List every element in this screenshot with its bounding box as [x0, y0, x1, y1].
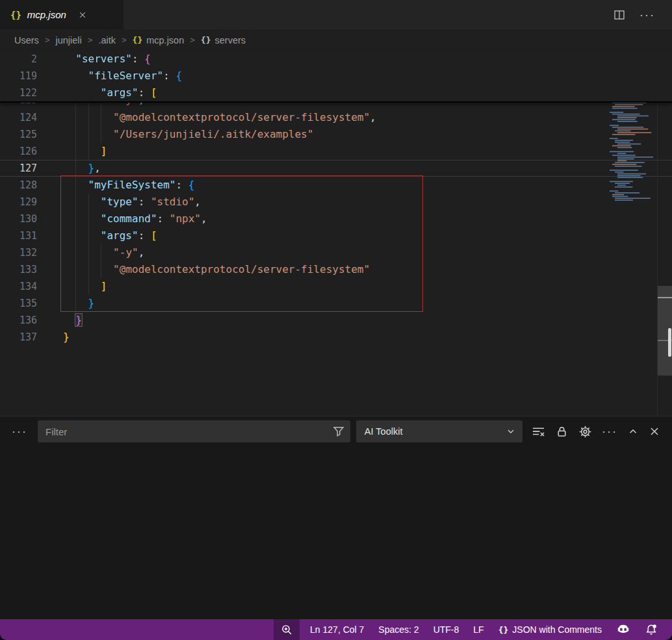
editor-actions: ···	[614, 0, 672, 29]
code-token: "-y"	[113, 103, 138, 106]
code-token: }	[75, 314, 82, 326]
overview-ruler-marker	[658, 297, 672, 298]
panel-toolbar: ··· AI Toolkit	[0, 416, 672, 446]
code-line-119[interactable]: 119"fileServer": {	[0, 68, 672, 84]
breadcrumb-item-servers[interactable]: servers	[215, 35, 246, 45]
code-line-132[interactable]: 132"-y",	[0, 244, 672, 261]
indent-guide	[75, 211, 76, 227]
code-line-124[interactable]: 124"@modelcontextprotocol/server-filesys…	[0, 109, 672, 126]
filter-input[interactable]	[38, 426, 350, 437]
eol-status[interactable]: LF	[473, 624, 484, 635]
code-token: }	[63, 331, 70, 343]
filter-funnel-icon[interactable]	[332, 425, 345, 438]
indent-guide	[75, 194, 76, 211]
code-token: ,	[370, 111, 376, 123]
code-token: :	[138, 86, 151, 99]
tab-title: mcp.json	[27, 9, 66, 20]
more-actions-icon[interactable]: ···	[640, 12, 655, 18]
output-panel: ··· AI Toolkit	[0, 416, 672, 620]
code-line-131[interactable]: 131"args": [	[0, 227, 672, 244]
code-token: "fileServer"	[88, 70, 164, 82]
breadcrumb: Users > junjieli > .aitk > {} mcp.json >…	[0, 29, 672, 51]
breadcrumb-item-junjieli[interactable]: junjieli	[55, 35, 81, 45]
tab-close-icon[interactable]	[79, 11, 86, 19]
line-number: 132	[0, 244, 37, 261]
panel-more-icon[interactable]: ···	[12, 425, 27, 439]
line-number: 131	[0, 227, 37, 244]
code-line-135[interactable]: 135}	[0, 295, 672, 312]
code-token: :	[163, 70, 175, 82]
panel-more-actions-icon[interactable]: ···	[602, 428, 617, 435]
line-number: 126	[0, 143, 37, 160]
sticky-scroll[interactable]: 2"servers": {119"fileServer": {122"args"…	[0, 51, 672, 103]
line-number: 130	[0, 211, 37, 227]
line-number: 123	[0, 103, 37, 109]
code-line-126[interactable]: 126]	[0, 143, 672, 160]
code-token: {	[188, 179, 195, 191]
tab-mcp-json[interactable]: {} mcp.json	[0, 0, 123, 29]
lock-icon[interactable]	[555, 425, 569, 439]
code-lines: 124"@modelcontextprotocol/server-filesys…	[0, 109, 672, 346]
breadcrumb-separator: >	[190, 35, 195, 45]
cursor-position-status[interactable]: Ln 127, Col 7	[310, 624, 364, 635]
output-channel-select[interactable]: AI Toolkit	[356, 420, 523, 442]
code-token: ]	[101, 145, 107, 157]
code-token: :	[157, 212, 170, 225]
code-token: "myFileSystem"	[88, 179, 176, 191]
status-bar: Ln 127, Col 7 Spaces: 2 UTF-8 LF {} JSON…	[0, 619, 672, 640]
indentation-status[interactable]: Spaces: 2	[378, 624, 419, 635]
code-token: ]	[101, 280, 107, 292]
code-token: {	[175, 70, 182, 82]
indent-guide	[75, 261, 76, 278]
code-token: :	[138, 196, 151, 208]
code-line-2[interactable]: 2"servers": {	[0, 51, 672, 68]
code-line-130[interactable]: 130"command": "npx",	[0, 211, 672, 227]
code-token: ,	[138, 103, 145, 106]
breadcrumb-item-mcp-json[interactable]: mcp.json	[146, 35, 184, 45]
zoom-status-button[interactable]	[274, 619, 300, 640]
json-file-icon: {}	[133, 35, 143, 45]
json-file-icon: {}	[10, 10, 21, 20]
chevron-up-icon[interactable]	[627, 426, 639, 437]
gear-icon[interactable]	[578, 425, 592, 439]
code-line-137[interactable]: 137}	[0, 329, 672, 346]
indent-guide	[88, 103, 89, 109]
clear-output-icon[interactable]	[532, 425, 545, 439]
line-number: 134	[0, 278, 37, 295]
split-editor-icon[interactable]	[614, 9, 625, 21]
code-token: [	[151, 229, 157, 242]
close-panel-icon[interactable]	[649, 426, 660, 437]
line-number: 122	[0, 84, 37, 101]
vscode-window: {} mcp.json ··· Users > junjieli > .aitk…	[0, 0, 672, 640]
indent-guide	[88, 194, 89, 211]
copilot-icon[interactable]	[616, 622, 630, 637]
line-number: 137	[0, 329, 37, 346]
code-line-129[interactable]: 129"type": "stdio",	[0, 194, 672, 211]
code-token: }	[88, 297, 95, 309]
code-token: "npx"	[170, 212, 201, 225]
panel-action-icons: ···	[532, 425, 660, 439]
breadcrumb-item-aitk[interactable]: .aitk	[98, 35, 116, 45]
indent-guide	[101, 126, 101, 143]
code-line-134[interactable]: 134]	[0, 278, 672, 295]
indent-guide	[75, 103, 76, 109]
code-line-128[interactable]: 128"myFileSystem": {	[0, 177, 672, 194]
code-line-133[interactable]: 133"@modelcontextprotocol/server-filesys…	[0, 261, 672, 278]
line-number: 133	[0, 261, 37, 278]
breadcrumb-separator: >	[88, 35, 93, 45]
language-mode-status[interactable]: {} JSON with Comments	[498, 624, 602, 635]
code-line-125[interactable]: 125"/Users/junjieli/.aitk/examples"	[0, 126, 672, 143]
notifications-bell-icon[interactable]	[645, 623, 658, 636]
code-line-136[interactable]: 136}	[0, 312, 672, 329]
encoding-status[interactable]: UTF-8	[433, 624, 459, 635]
line-number: 119	[0, 68, 37, 84]
code-token: "args"	[101, 229, 138, 242]
code-token: ,	[94, 162, 101, 174]
code-line-127[interactable]: 127},	[0, 160, 672, 177]
code-editor[interactable]: 2"servers": {119"fileServer": {122"args"…	[0, 51, 672, 416]
breadcrumb-item-users[interactable]: Users	[14, 35, 39, 45]
line-number: 124	[0, 109, 37, 126]
breadcrumb-separator: >	[122, 35, 127, 45]
code-token: "servers"	[75, 53, 132, 65]
code-line-122[interactable]: 122"args": [	[0, 84, 672, 101]
